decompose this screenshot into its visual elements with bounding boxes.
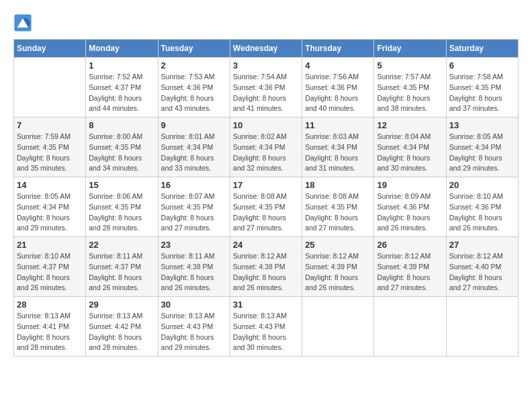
day-info: Sunrise: 8:12 AM Sunset: 4:38 PM Dayligh…	[233, 251, 299, 293]
col-header-friday: Friday	[374, 40, 446, 58]
day-info: Sunrise: 8:03 AM Sunset: 4:34 PM Dayligh…	[305, 132, 371, 174]
day-cell: 17Sunrise: 8:08 AM Sunset: 4:35 PM Dayli…	[230, 177, 302, 237]
page-header	[13, 13, 519, 32]
day-cell: 4Sunrise: 7:56 AM Sunset: 4:36 PM Daylig…	[302, 58, 374, 118]
day-number: 30	[161, 300, 227, 310]
day-info: Sunrise: 8:12 AM Sunset: 4:40 PM Dayligh…	[449, 251, 515, 293]
col-header-wednesday: Wednesday	[230, 40, 302, 58]
day-cell: 31Sunrise: 8:13 AM Sunset: 4:43 PM Dayli…	[230, 297, 302, 357]
logo-icon	[13, 13, 32, 32]
day-info: Sunrise: 8:00 AM Sunset: 4:35 PM Dayligh…	[89, 132, 154, 174]
day-number: 11	[305, 120, 371, 130]
day-cell	[374, 297, 446, 357]
day-cell: 11Sunrise: 8:03 AM Sunset: 4:34 PM Dayli…	[302, 118, 374, 177]
week-row-4: 21Sunrise: 8:10 AM Sunset: 4:37 PM Dayli…	[14, 237, 519, 297]
col-header-sunday: Sunday	[14, 40, 86, 58]
day-number: 2	[161, 60, 227, 71]
day-cell: 16Sunrise: 8:07 AM Sunset: 4:35 PM Dayli…	[158, 177, 230, 237]
header-row: SundayMondayTuesdayWednesdayThursdayFrid…	[14, 40, 519, 58]
day-number: 1	[89, 60, 154, 71]
day-number: 26	[377, 240, 443, 250]
day-info: Sunrise: 8:01 AM Sunset: 4:34 PM Dayligh…	[161, 132, 227, 174]
day-number: 24	[233, 240, 299, 250]
day-number: 23	[161, 240, 227, 250]
day-info: Sunrise: 8:09 AM Sunset: 4:36 PM Dayligh…	[377, 191, 443, 234]
day-number: 18	[305, 180, 371, 190]
day-number: 21	[17, 240, 83, 250]
day-cell: 14Sunrise: 8:05 AM Sunset: 4:34 PM Dayli…	[14, 177, 86, 237]
day-info: Sunrise: 8:11 AM Sunset: 4:38 PM Dayligh…	[161, 251, 227, 293]
day-cell: 20Sunrise: 8:10 AM Sunset: 4:36 PM Dayli…	[446, 177, 518, 237]
day-number: 6	[449, 60, 515, 71]
calendar-table: SundayMondayTuesdayWednesdayThursdayFrid…	[13, 39, 519, 357]
day-number: 3	[233, 60, 299, 71]
day-info: Sunrise: 8:11 AM Sunset: 4:37 PM Dayligh…	[89, 251, 154, 293]
day-info: Sunrise: 7:58 AM Sunset: 4:35 PM Dayligh…	[449, 72, 515, 114]
day-info: Sunrise: 8:10 AM Sunset: 4:36 PM Dayligh…	[449, 191, 515, 234]
day-cell: 27Sunrise: 8:12 AM Sunset: 4:40 PM Dayli…	[446, 237, 518, 297]
day-info: Sunrise: 8:07 AM Sunset: 4:35 PM Dayligh…	[161, 191, 227, 234]
day-cell: 25Sunrise: 8:12 AM Sunset: 4:39 PM Dayli…	[302, 237, 374, 297]
day-info: Sunrise: 8:05 AM Sunset: 4:34 PM Dayligh…	[449, 132, 515, 174]
day-cell	[14, 58, 86, 118]
day-cell: 13Sunrise: 8:05 AM Sunset: 4:34 PM Dayli…	[446, 118, 518, 177]
day-number: 17	[233, 180, 299, 190]
day-info: Sunrise: 8:06 AM Sunset: 4:35 PM Dayligh…	[89, 191, 154, 234]
day-info: Sunrise: 8:08 AM Sunset: 4:35 PM Dayligh…	[305, 191, 371, 234]
day-cell: 1Sunrise: 7:52 AM Sunset: 4:37 PM Daylig…	[86, 58, 158, 118]
day-info: Sunrise: 7:52 AM Sunset: 4:37 PM Dayligh…	[89, 72, 154, 114]
day-info: Sunrise: 7:54 AM Sunset: 4:36 PM Dayligh…	[233, 72, 299, 114]
day-number: 31	[233, 300, 299, 310]
day-number: 25	[305, 240, 371, 250]
day-info: Sunrise: 8:13 AM Sunset: 4:41 PM Dayligh…	[17, 311, 83, 353]
day-cell: 23Sunrise: 8:11 AM Sunset: 4:38 PM Dayli…	[158, 237, 230, 297]
day-cell: 12Sunrise: 8:04 AM Sunset: 4:34 PM Dayli…	[374, 118, 446, 177]
day-cell: 29Sunrise: 8:13 AM Sunset: 4:42 PM Dayli…	[86, 297, 158, 357]
day-cell: 6Sunrise: 7:58 AM Sunset: 4:35 PM Daylig…	[446, 58, 518, 118]
week-row-3: 14Sunrise: 8:05 AM Sunset: 4:34 PM Dayli…	[14, 177, 519, 237]
day-number: 10	[233, 120, 299, 130]
day-number: 12	[377, 120, 443, 130]
day-cell: 9Sunrise: 8:01 AM Sunset: 4:34 PM Daylig…	[158, 118, 230, 177]
day-cell: 10Sunrise: 8:02 AM Sunset: 4:34 PM Dayli…	[230, 118, 302, 177]
week-row-1: 1Sunrise: 7:52 AM Sunset: 4:37 PM Daylig…	[14, 58, 519, 118]
day-info: Sunrise: 8:04 AM Sunset: 4:34 PM Dayligh…	[377, 132, 443, 174]
day-number: 22	[89, 240, 154, 250]
day-number: 7	[17, 120, 83, 130]
day-cell: 19Sunrise: 8:09 AM Sunset: 4:36 PM Dayli…	[374, 177, 446, 237]
day-info: Sunrise: 8:13 AM Sunset: 4:43 PM Dayligh…	[161, 311, 227, 353]
day-number: 28	[17, 300, 83, 310]
day-number: 20	[449, 180, 515, 190]
day-info: Sunrise: 8:13 AM Sunset: 4:43 PM Dayligh…	[233, 311, 299, 353]
day-cell: 22Sunrise: 8:11 AM Sunset: 4:37 PM Dayli…	[86, 237, 158, 297]
day-cell: 3Sunrise: 7:54 AM Sunset: 4:36 PM Daylig…	[230, 58, 302, 118]
day-info: Sunrise: 7:59 AM Sunset: 4:35 PM Dayligh…	[17, 132, 83, 174]
day-info: Sunrise: 7:56 AM Sunset: 4:36 PM Dayligh…	[305, 72, 371, 114]
day-info: Sunrise: 8:13 AM Sunset: 4:42 PM Dayligh…	[89, 311, 154, 353]
day-number: 15	[89, 180, 154, 190]
day-cell: 8Sunrise: 8:00 AM Sunset: 4:35 PM Daylig…	[86, 118, 158, 177]
day-info: Sunrise: 8:08 AM Sunset: 4:35 PM Dayligh…	[233, 191, 299, 234]
calendar-body: 1Sunrise: 7:52 AM Sunset: 4:37 PM Daylig…	[14, 58, 519, 357]
day-info: Sunrise: 7:57 AM Sunset: 4:35 PM Dayligh…	[377, 72, 443, 114]
day-info: Sunrise: 8:10 AM Sunset: 4:37 PM Dayligh…	[17, 251, 83, 293]
day-number: 19	[377, 180, 443, 190]
day-cell: 26Sunrise: 8:12 AM Sunset: 4:39 PM Dayli…	[374, 237, 446, 297]
day-cell	[302, 297, 374, 357]
day-cell: 28Sunrise: 8:13 AM Sunset: 4:41 PM Dayli…	[14, 297, 86, 357]
day-cell: 24Sunrise: 8:12 AM Sunset: 4:38 PM Dayli…	[230, 237, 302, 297]
day-number: 27	[449, 240, 515, 250]
day-number: 8	[89, 120, 154, 130]
day-cell: 21Sunrise: 8:10 AM Sunset: 4:37 PM Dayli…	[14, 237, 86, 297]
week-row-2: 7Sunrise: 7:59 AM Sunset: 4:35 PM Daylig…	[14, 118, 519, 177]
day-number: 5	[377, 60, 443, 71]
day-number: 9	[161, 120, 227, 130]
day-info: Sunrise: 8:12 AM Sunset: 4:39 PM Dayligh…	[377, 251, 443, 293]
day-info: Sunrise: 8:02 AM Sunset: 4:34 PM Dayligh…	[233, 132, 299, 174]
day-cell	[446, 297, 518, 357]
day-info: Sunrise: 8:12 AM Sunset: 4:39 PM Dayligh…	[305, 251, 371, 293]
calendar-header: SundayMondayTuesdayWednesdayThursdayFrid…	[14, 40, 519, 58]
day-cell: 18Sunrise: 8:08 AM Sunset: 4:35 PM Dayli…	[302, 177, 374, 237]
day-number: 4	[305, 60, 371, 71]
day-number: 29	[89, 300, 154, 310]
